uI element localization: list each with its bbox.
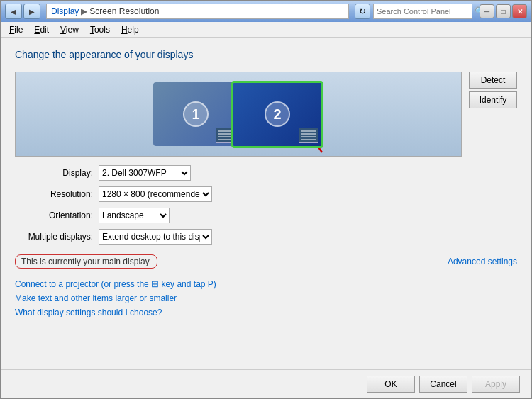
menu-edit[interactable]: Edit <box>28 23 55 36</box>
display-preview-section: 1 2 <box>15 72 517 157</box>
cancel-button[interactable]: Cancel <box>419 376 467 393</box>
identify-button[interactable]: Identify <box>469 91 517 108</box>
apply-button[interactable]: Apply <box>472 376 520 393</box>
screen-lines <box>218 130 233 140</box>
monitor-2-icon <box>299 128 318 143</box>
search-box[interactable]: 🔍 <box>373 4 472 19</box>
main-window: ◀ ▶ Display ▶ Screen Resolution ↻ 🔍 ─ □ … <box>0 0 532 399</box>
resolution-select[interactable]: 1280 × 800 (recommended) <box>99 186 212 202</box>
detect-button[interactable]: Detect <box>469 72 517 89</box>
main-display-status: This is currently your main display. <box>15 254 157 269</box>
line-4 <box>218 139 233 140</box>
close-button[interactable]: ✕ <box>512 4 527 18</box>
maximize-button[interactable]: □ <box>496 4 511 18</box>
nav-buttons: ◀ ▶ <box>5 4 40 19</box>
breadcrumb-separator: ▶ <box>81 6 87 16</box>
line-c <box>301 136 316 137</box>
breadcrumb-display[interactable]: Display <box>51 6 79 16</box>
display-settings-link[interactable]: What display settings should I choose? <box>15 308 517 317</box>
links-section: Connect to a projector (or press the ⊞ k… <box>15 279 517 317</box>
text-size-link[interactable]: Make text and other items larger or smal… <box>15 293 517 303</box>
menu-bar: File Edit View Tools Help <box>1 22 531 38</box>
ok-button[interactable]: OK <box>367 376 415 393</box>
menu-help[interactable]: Help <box>116 23 145 36</box>
line-2 <box>218 133 233 135</box>
monitor-2[interactable]: 2 <box>231 81 323 148</box>
preview-buttons: Detect Identify <box>469 72 517 108</box>
display-row: Display: 2. Dell 3007WFP <box>15 165 517 181</box>
projector-link[interactable]: Connect to a projector (or press the ⊞ k… <box>15 279 517 289</box>
multiple-displays-label: Multiple displays: <box>15 232 93 242</box>
monitor-1[interactable]: 1 <box>153 82 238 146</box>
windows-logo-icon: ⊞ <box>151 279 159 289</box>
breadcrumb-current: Screen Resolution <box>89 6 159 16</box>
multiple-displays-select[interactable]: Extend desktop to this display <box>99 229 212 245</box>
back-button[interactable]: ◀ <box>5 4 22 19</box>
advanced-settings-link[interactable]: Advanced settings <box>448 257 517 266</box>
orientation-row: Orientation: Landscape <box>15 208 517 223</box>
line-a <box>301 130 316 132</box>
status-section: This is currently your main display. Adv… <box>15 254 517 269</box>
display-preview: 1 2 <box>15 72 462 157</box>
menu-file[interactable]: File <box>4 23 28 36</box>
orientation-label: Orientation: <box>15 210 93 220</box>
title-bar: ◀ ▶ Display ▶ Screen Resolution ↻ 🔍 ─ □ … <box>1 1 531 22</box>
orientation-select[interactable]: Landscape <box>99 208 170 223</box>
minimize-button[interactable]: ─ <box>480 4 494 18</box>
search-input[interactable] <box>377 7 475 16</box>
main-content: Change the appearance of your displays 1 <box>1 38 531 369</box>
page-title: Change the appearance of your displays <box>15 49 517 60</box>
multiple-displays-row: Multiple displays: Extend desktop to thi… <box>15 229 517 245</box>
monitor-1-number: 1 <box>183 101 209 127</box>
forward-button[interactable]: ▶ <box>23 4 40 19</box>
form-section: Display: 2. Dell 3007WFP Resolution: 128… <box>15 165 517 245</box>
display-label: Display: <box>15 168 93 178</box>
line-d <box>301 139 316 140</box>
display-select[interactable]: 2. Dell 3007WFP <box>99 165 191 181</box>
window-controls: ─ □ ✕ <box>480 4 527 18</box>
menu-tools[interactable]: Tools <box>84 23 116 36</box>
screen-lines-2 <box>301 130 316 140</box>
line-3 <box>218 136 233 137</box>
resolution-label: Resolution: <box>15 189 93 199</box>
line-b <box>301 133 316 135</box>
line-1 <box>218 130 233 132</box>
monitor-2-number: 2 <box>265 101 290 127</box>
refresh-button[interactable]: ↻ <box>355 4 370 19</box>
resolution-row: Resolution: 1280 × 800 (recommended) <box>15 186 517 202</box>
menu-view[interactable]: View <box>55 23 84 36</box>
address-bar[interactable]: Display ▶ Screen Resolution <box>46 4 349 19</box>
bottom-bar: OK Cancel Apply <box>1 369 531 398</box>
